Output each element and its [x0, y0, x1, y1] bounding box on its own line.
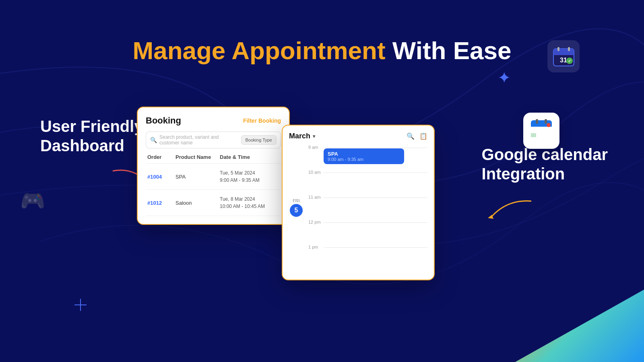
date-time-1004: Tue, 5 Mar 20249:00 AM - 9:35 AM [220, 169, 284, 184]
time-label-1pm: 1 pm [308, 245, 324, 249]
svg-rect-2 [553, 53, 574, 55]
booking-panel-title: Booking [146, 115, 181, 126]
right-arrow [479, 197, 535, 227]
svg-rect-20 [531, 133, 536, 137]
booking-search-input[interactable]: Search product, variant and customer nam… [159, 134, 239, 146]
day-label: Fri [293, 198, 300, 203]
time-label-9am: 9 am [308, 145, 324, 150]
svg-text:✓: ✓ [568, 59, 571, 63]
gamepad-icon: 🎮 [20, 189, 45, 212]
left-label-line2: Dashboard [40, 136, 143, 155]
plus-decoration [74, 299, 87, 314]
booking-panel: Booking Filter Booking 🔍 Search product,… [137, 107, 290, 225]
time-slot-10am: 10 am [308, 170, 427, 195]
booking-table-header: Order Product Name Date & Time C [146, 154, 281, 164]
time-label-10am: 10 am [308, 170, 324, 175]
calendar-search-button[interactable]: 🔍 [407, 132, 415, 140]
left-label-line1: User Friendly [40, 117, 143, 136]
time-slot-9am: 9 am SPA 9:00 am - 9:35 am [308, 145, 427, 170]
booking-panel-header: Booking Filter Booking [146, 115, 281, 126]
time-slot-1pm: 1 pm [308, 245, 427, 270]
col-order: Order [147, 154, 175, 160]
calendar-panel: March ▾ 🔍 📋 Fri 5 9 am SPA 9:00 am - 9:3… [282, 125, 435, 280]
time-line-12pm [324, 222, 427, 223]
order-link-1004[interactable]: #1004 [147, 174, 175, 180]
spa-event-time: 9:00 am - 9:35 am [328, 157, 400, 162]
product-name-1012: Saloon [175, 200, 220, 206]
svg-rect-6 [557, 47, 559, 51]
day-badge: Fri 5 [289, 198, 303, 217]
booking-search-icon: 🔍 [150, 137, 157, 143]
calendar-header: March ▾ 🔍 📋 [289, 132, 427, 140]
booking-row-1004: #1004 SPA Tue, 5 Mar 20249:00 AM - 9:35 … [146, 164, 281, 190]
title-orange: Manage Appointment [133, 37, 386, 64]
time-label-12pm: 12 pm [308, 220, 324, 224]
calendar-controls: 🔍 📋 [407, 132, 427, 140]
hero-title: Manage Appointment With Ease [133, 36, 512, 65]
order-link-1012[interactable]: #1012 [147, 200, 175, 206]
timeline: 9 am SPA 9:00 am - 9:35 am 10 am 11 am 1… [308, 145, 427, 270]
google-calendar-icon: 31 [523, 113, 559, 149]
filter-booking-link[interactable]: Filter Booking [243, 117, 281, 124]
sparkle-decoration: ✦ [497, 68, 511, 87]
svg-rect-7 [568, 47, 570, 51]
calendar-day-row: Fri 5 9 am SPA 9:00 am - 9:35 am 10 am 1… [289, 145, 427, 270]
corner-gradient [515, 290, 644, 362]
time-label-11am: 11 am [308, 195, 324, 200]
spa-event-title: SPA [328, 151, 400, 157]
svg-rect-19 [541, 127, 552, 137]
time-line-9am [324, 148, 427, 148]
col-product: Product Name [175, 154, 220, 160]
date-time-1012: Tue, 8 Mar 202410:00 AM - 10:45 AM [220, 195, 284, 210]
svg-rect-17 [545, 119, 547, 124]
svg-rect-16 [536, 119, 538, 124]
time-line-11am [324, 197, 427, 198]
time-slot-11am: 11 am [308, 195, 427, 220]
product-name-1004: SPA [175, 174, 220, 180]
calendar-note-button[interactable]: 📋 [419, 132, 427, 140]
month-dropdown-arrow[interactable]: ▾ [313, 134, 315, 139]
svg-point-21 [547, 123, 551, 127]
calendar-decoration-icon: 31 ✓ [547, 40, 580, 72]
booking-row-1012: #1012 Saloon Tue, 8 Mar 202410:00 AM - 1… [146, 190, 281, 216]
right-label-line2: Integration [482, 164, 608, 183]
col-datetime: Date & Time [220, 154, 284, 160]
time-line-10am [324, 173, 427, 173]
day-number: 5 [290, 204, 303, 217]
spa-event[interactable]: SPA 9:00 am - 9:35 am [324, 148, 404, 164]
time-slot-12pm: 12 pm [308, 220, 427, 245]
booking-type-button[interactable]: Booking Type [241, 135, 277, 145]
booking-search-bar[interactable]: 🔍 Search product, variant and customer n… [146, 132, 281, 148]
title-white: With Ease [386, 37, 512, 64]
calendar-month: March ▾ [289, 132, 315, 140]
svg-text:31: 31 [560, 57, 567, 64]
left-label: User Friendly Dashboard [40, 117, 143, 155]
month-label: March [289, 132, 310, 140]
time-line-1pm [324, 247, 427, 248]
right-label: Google calendar Integration [482, 145, 608, 183]
